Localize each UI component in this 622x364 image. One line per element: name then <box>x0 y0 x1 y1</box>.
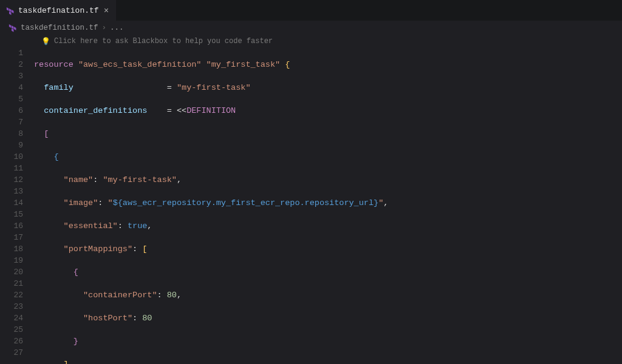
code-content[interactable]: resource "aws_ecs_task_definition" "my_f… <box>34 47 622 364</box>
hint-text: Click here to ask Blackbox to help you c… <box>54 37 273 46</box>
code-editor[interactable]: 1 2 3 4 5 6 7 8 9 10 11 12 13 14 15 16 1… <box>0 47 622 364</box>
line-number: 20 <box>0 266 23 278</box>
line-number: 16 <box>0 220 23 232</box>
terraform-icon <box>9 24 17 32</box>
line-number: 27 <box>0 347 23 359</box>
close-icon[interactable]: × <box>103 5 110 16</box>
line-number: 8 <box>0 128 23 140</box>
line-number: 13 <box>0 186 23 197</box>
chevron-right-icon: › <box>102 24 107 32</box>
lightbulb-icon: 💡 <box>41 37 50 46</box>
line-number: 15 <box>0 209 23 220</box>
line-number: 7 <box>0 116 23 128</box>
line-number: 26 <box>0 335 23 347</box>
line-number: 18 <box>0 243 23 255</box>
line-number: 14 <box>0 197 23 209</box>
line-number: 5 <box>0 93 23 105</box>
line-number: 10 <box>0 151 23 163</box>
line-number: 23 <box>0 301 23 312</box>
line-number: 21 <box>0 278 23 289</box>
line-number: 2 <box>0 59 23 70</box>
line-number: 24 <box>0 312 23 324</box>
line-number: 1 <box>0 47 23 59</box>
line-number: 4 <box>0 82 23 93</box>
line-number: 11 <box>0 163 23 174</box>
tab-taskdefinition[interactable]: taskdefination.tf × <box>0 0 116 21</box>
tab-bar: taskdefination.tf × <box>0 0 622 21</box>
blackbox-hint[interactable]: 💡 Click here to ask Blackbox to help you… <box>0 35 622 47</box>
line-number: 12 <box>0 174 23 186</box>
breadcrumb-file: taskdefinition.tf <box>21 24 98 32</box>
tab-label: taskdefination.tf <box>18 6 99 15</box>
line-number-gutter: 1 2 3 4 5 6 7 8 9 10 11 12 13 14 15 16 1… <box>0 47 34 364</box>
line-number: 25 <box>0 324 23 335</box>
line-number: 6 <box>0 105 23 116</box>
line-number: 17 <box>0 232 23 243</box>
breadcrumb-tail: ... <box>110 24 124 32</box>
terraform-icon <box>6 7 15 15</box>
line-number: 9 <box>0 140 23 151</box>
line-number: 19 <box>0 255 23 266</box>
line-number: 3 <box>0 70 23 82</box>
line-number: 22 <box>0 289 23 301</box>
breadcrumb[interactable]: taskdefinition.tf › ... <box>0 21 622 35</box>
